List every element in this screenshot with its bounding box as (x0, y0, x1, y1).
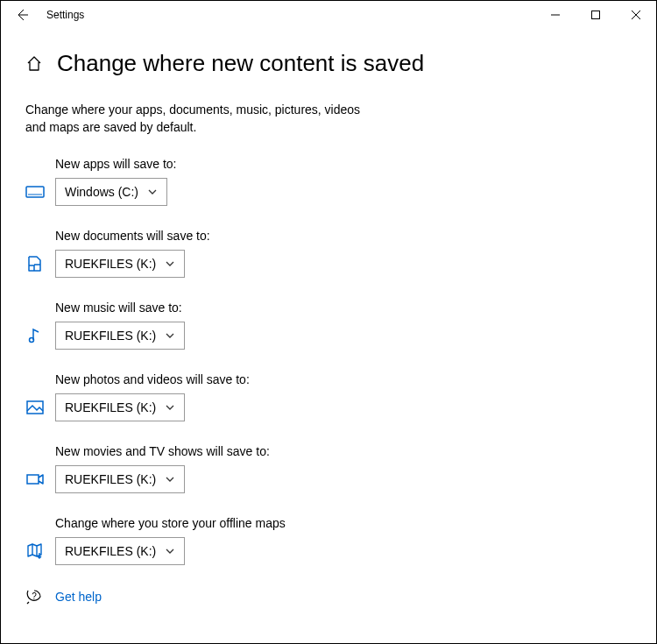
apps-dropdown[interactable]: Windows (C:) (55, 178, 167, 206)
setting-docs: New documents will save to: RUEKFILES (K… (25, 229, 632, 278)
svg-text:?: ? (32, 591, 37, 601)
chevron-down-icon (165, 546, 175, 556)
svg-point-2 (30, 338, 34, 343)
maps-dropdown-value: RUEKFILES (K:) (65, 544, 156, 558)
titlebar: Settings (1, 1, 656, 29)
svg-rect-0 (592, 11, 600, 19)
minimize-icon (551, 11, 560, 19)
window-title: Settings (46, 9, 84, 21)
back-arrow-icon (15, 8, 29, 22)
chevron-down-icon (147, 187, 158, 197)
music-icon (25, 326, 45, 345)
help-row: ? Get help (25, 588, 632, 605)
maps-icon (25, 541, 45, 561)
svg-rect-4 (27, 475, 39, 484)
photos-dropdown-value: RUEKFILES (K:) (65, 400, 156, 414)
photos-dropdown[interactable]: RUEKFILES (K:) (55, 393, 185, 421)
setting-maps: Change where you store your offline maps… (25, 516, 632, 565)
close-button[interactable] (616, 1, 656, 29)
apps-icon (25, 182, 45, 202)
setting-music-label: New music will save to: (55, 301, 632, 315)
movies-dropdown-value: RUEKFILES (K:) (65, 472, 156, 486)
setting-apps: New apps will save to: Windows (C:) (25, 157, 632, 206)
content-area: Change where new content is saved Change… (1, 29, 656, 605)
setting-music: New music will save to: RUEKFILES (K:) (25, 301, 632, 350)
docs-dropdown[interactable]: RUEKFILES (K:) (55, 250, 185, 278)
minimize-button[interactable] (535, 1, 576, 29)
chevron-down-icon (165, 402, 175, 413)
setting-movies: New movies and TV shows will save to: RU… (25, 444, 632, 493)
maps-dropdown[interactable]: RUEKFILES (K:) (55, 537, 185, 565)
setting-movies-label: New movies and TV shows will save to: (55, 444, 632, 458)
documents-icon (25, 254, 45, 273)
movies-dropdown[interactable]: RUEKFILES (K:) (55, 465, 185, 493)
photos-icon (25, 398, 45, 417)
setting-photos: New photos and videos will save to: RUEK… (25, 372, 632, 421)
home-icon[interactable] (25, 55, 43, 73)
maximize-button[interactable] (576, 1, 616, 29)
window-controls (535, 1, 656, 29)
setting-docs-label: New documents will save to: (55, 229, 632, 243)
close-icon (632, 11, 640, 19)
chevron-down-icon (165, 474, 175, 485)
music-dropdown[interactable]: RUEKFILES (K:) (55, 322, 185, 350)
page-intro: Change where your apps, documents, music… (25, 102, 376, 136)
docs-dropdown-value: RUEKFILES (K:) (65, 257, 156, 271)
setting-photos-label: New photos and videos will save to: (55, 372, 632, 386)
maximize-icon (591, 11, 600, 19)
setting-apps-label: New apps will save to: (55, 157, 632, 171)
help-icon: ? (25, 588, 43, 605)
setting-maps-label: Change where you store your offline maps (55, 516, 632, 530)
page-header: Change where new content is saved (25, 50, 632, 77)
music-dropdown-value: RUEKFILES (K:) (65, 329, 156, 343)
apps-dropdown-value: Windows (C:) (65, 185, 138, 199)
movies-icon (25, 470, 45, 489)
chevron-down-icon (165, 330, 175, 341)
page-title: Change where new content is saved (57, 50, 424, 77)
svg-rect-1 (26, 187, 44, 197)
chevron-down-icon (165, 258, 175, 269)
back-button[interactable] (8, 1, 36, 29)
get-help-link[interactable]: Get help (55, 590, 102, 604)
